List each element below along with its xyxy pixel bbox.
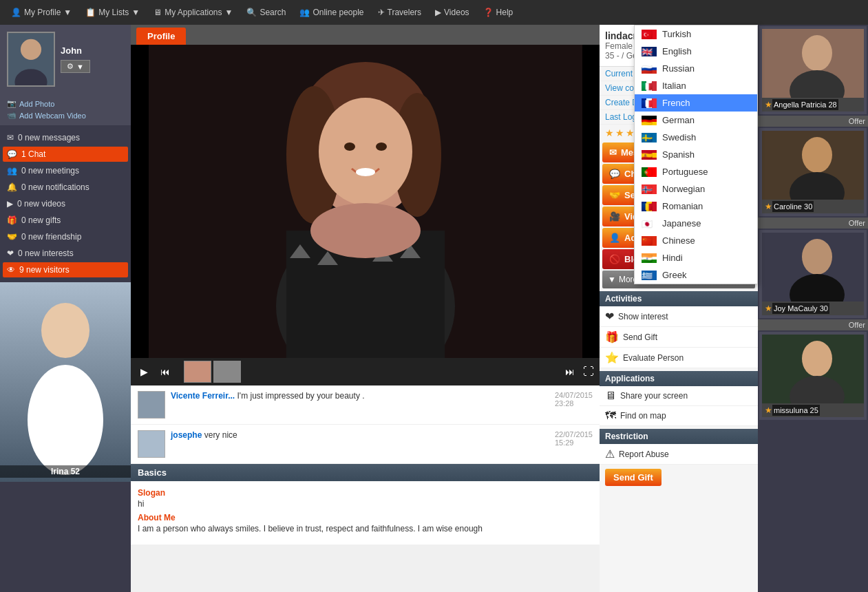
add-photo-link[interactable]: 📷 Add Photo [7,98,124,109]
commenter-name-2[interactable]: josephe [171,430,202,440]
next-button[interactable]: ⏭ [561,365,579,379]
svg-point-5 [41,303,89,358]
person-star-2: ★ [765,202,772,211]
basics-header: Basics [131,464,600,481]
app-share-screen[interactable]: 🖥 Share your screen [600,386,758,406]
lang-italian[interactable]: 🇮🇹 Italian [635,77,757,94]
play-button[interactable]: ▶ [136,365,152,379]
flag-china: 🇨🇳 [642,236,657,246]
more-icon: ▼ [608,275,616,284]
app-find-map[interactable]: 🗺 Find on map [600,406,758,426]
apps-icon: 🖥 [154,8,162,17]
lang-french[interactable]: 🇫🇷 French [635,94,757,112]
sidebar-item-videos[interactable]: ▶ 0 new videos [0,195,131,212]
flag-norway: 🇳🇴 [642,184,657,194]
lang-japanese[interactable]: 🇯🇵 Japanese [635,215,757,232]
prev-button[interactable]: ⏮ [156,365,174,379]
sidebar-item-meetings[interactable]: 👥 0 new meetings [0,162,131,179]
person-card-3[interactable]: ★ Joy MaCauly 30 [759,230,867,318]
sidebar-item-friendship[interactable]: 🤝 0 new friendship [0,229,131,245]
gear-icon: ⚙ [67,62,74,71]
person-card-2[interactable]: ★ Caroline 30 [759,128,867,216]
thumb-2[interactable] [213,361,241,383]
nav-my-applications[interactable]: 🖥 My Applications ▼ [148,5,238,20]
comment-date-2: 22/07/2015 15:29 [555,430,593,447]
fullscreen-button[interactable]: ⛶ [583,366,594,378]
comment-date-1: 24/07/2015 23:28 [555,391,593,408]
sidebar-photo-preview[interactable]: Irina 52 [0,282,131,482]
meetings-icon: 👥 [7,166,17,176]
video-icon: 🎥 [609,211,620,222]
lang-chinese[interactable]: 🇨🇳 Chinese [635,232,757,249]
svg-point-25 [802,35,832,71]
tab-bar: Profile [131,25,600,45]
offer-label-1: Offer [849,117,865,125]
notifications-icon: 🔔 [7,182,17,192]
star-2: ★ [615,127,624,138]
nav-videos[interactable]: ▶ Videos [430,5,474,20]
activity-send-gift[interactable]: 🎁 Send Gift [600,327,758,348]
sidebar-item-gifts[interactable]: 🎁 0 new gifts [0,212,131,229]
svg-point-12 [319,98,412,205]
lang-romanian[interactable]: 🇷🇴 Romanian [635,198,757,215]
sidebar-item-notifications[interactable]: 🔔 0 new notifications [0,179,131,195]
svg-point-34 [802,341,832,377]
nav-travelers[interactable]: ✈ Travelers [372,5,427,20]
person-photo-4 [762,335,864,403]
thumb-1[interactable] [184,361,211,383]
lang-russian[interactable]: 🇷🇺 Russian [635,60,757,77]
flag-portugal: 🇵🇹 [642,167,657,177]
sidebar-item-visitors[interactable]: 👁 9 new visitors [3,262,128,277]
basics-content: Slogan hi About Me I am a person who alw… [131,481,600,545]
add-webcam-link[interactable]: 📹 Add Webcam Video [7,109,124,121]
flag-india: 🇮🇳 [642,253,657,263]
person-star-4: ★ [765,405,772,415]
tab-profile[interactable]: Profile [136,28,186,45]
nav-online-people[interactable]: 👥 Online people [294,5,369,20]
settings-button[interactable]: ⚙ ▼ [61,60,90,73]
slogan-value: hi [138,499,593,509]
activity-evaluate[interactable]: ⭐ Evaluate Person [600,348,758,368]
person-card-1[interactable]: ★ Angella Patricia 28 [759,26,867,114]
flag-greece: 🇬🇷 [642,271,657,280]
svg-point-13 [344,142,355,151]
svg-point-6 [28,365,103,475]
online-icon: 👥 [299,8,310,17]
lang-hindi[interactable]: 🇮🇳 Hindi [635,249,757,266]
gifts-icon: 🎁 [7,215,17,225]
flag-romania: 🇷🇴 [642,202,657,211]
message-icon: ✉ [609,147,617,158]
sidebar-item-chat[interactable]: 💬 1 Chat [3,147,128,162]
nav-my-lists[interactable]: 📋 My Lists ▼ [80,5,145,20]
report-abuse[interactable]: ⚠ Report Abuse [600,444,758,465]
lang-portuguese[interactable]: 🇵🇹 Portuguese [635,163,757,180]
person-card-4[interactable]: ★ missuluna 25 [759,332,867,420]
lang-swedish[interactable]: 🇸🇪 Swedish [635,129,757,146]
nav-help[interactable]: ❓ Help [478,5,519,20]
meeting-icon: 🤝 [609,190,620,200]
lang-turkish[interactable]: 🇹🇷 Turkish [635,25,757,43]
commenter-name-1[interactable]: Vicente Ferreir... [171,391,235,401]
nav-my-profile[interactable]: 👤 My Profile ▼ [6,5,77,20]
lang-german[interactable]: 🇩🇪 German [635,112,757,129]
lang-greek[interactable]: 🇬🇷 Greek [635,266,757,284]
comment-1: Vicente Ferreir... I'm just impressed by… [131,385,600,425]
top-nav: 👤 My Profile ▼ 📋 My Lists ▼ 🖥 My Applica… [0,0,868,25]
svg-point-31 [802,239,832,275]
send-gift-button[interactable]: Send Gift [605,469,661,486]
person-name-3: Joy MaCauly 30 [772,303,829,314]
sidebar-item-interests[interactable]: ❤ 0 new interests [0,245,131,262]
lang-spanish[interactable]: 🇪🇸 Spanish [635,146,757,163]
language-dropdown: 🇹🇷 Turkish 🇬🇧 English 🇷🇺 Russian 🇮🇹 Ital… [634,25,758,284]
activity-show-interest[interactable]: ❤ Show interest [600,306,758,327]
messages-icon: ✉ [7,133,14,142]
comment-body-1: Vicente Ferreir... I'm just impressed by… [171,391,593,419]
sidebar-item-messages[interactable]: ✉ 0 new messages [0,129,131,146]
restriction-header: Restriction [600,429,758,444]
nav-search[interactable]: 🔍 Search [241,5,291,20]
friendship-icon: 🤝 [7,232,17,242]
slogan-label: Slogan [138,488,593,498]
basics-section: Basics Slogan hi About Me I am a person … [131,464,600,545]
lang-norwegian[interactable]: 🇳🇴 Norwegian [635,180,757,198]
lang-english[interactable]: 🇬🇧 English [635,43,757,60]
